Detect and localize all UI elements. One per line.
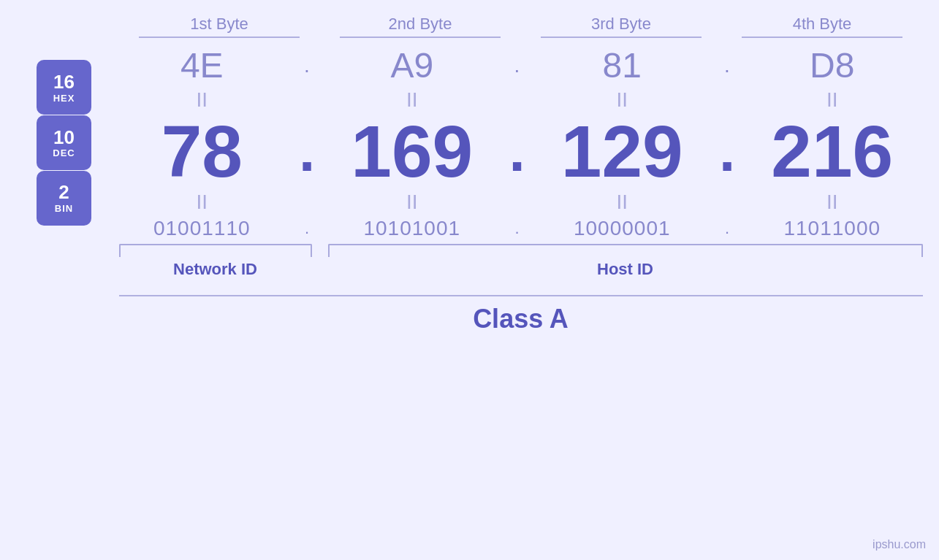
hex-val-3: 81 <box>603 46 642 85</box>
bin-badge-label: BIN <box>55 203 73 214</box>
hex-cell-1: 4E <box>112 45 293 85</box>
network-id-label: Network ID <box>119 260 312 279</box>
bin-cell-3: 10000001 <box>532 217 713 240</box>
hex-val-4: D8 <box>810 46 854 85</box>
hex-badge: 16 HEX <box>37 60 91 115</box>
bin-sep-2: . <box>503 219 532 238</box>
bin-badge-num: 2 <box>58 182 69 203</box>
dec-val-4: 216 <box>771 110 893 192</box>
byte-header-1: 1st Byte <box>119 15 320 38</box>
class-label: Class A <box>473 304 569 334</box>
hex-cell-4: D8 <box>742 45 923 85</box>
host-bracket: Host ID <box>328 244 923 279</box>
bin-cell-1: 01001110 <box>112 217 293 240</box>
host-id-label: Host ID <box>328 260 923 279</box>
bin-val-1: 01001110 <box>153 217 251 239</box>
eq2-c2: II <box>322 191 503 214</box>
bin-sep-3: . <box>712 219 742 238</box>
base-badges: 16 HEX 10 DEC 2 BIN <box>17 45 112 240</box>
hex-sep-3: . <box>712 54 742 77</box>
content-area: 16 HEX 10 DEC 2 BIN 4E . A9 <box>17 45 923 240</box>
bin-badge: 2 BIN <box>37 171 91 226</box>
dec-badge-label: DEC <box>53 147 75 158</box>
bin-cell-2: 10101001 <box>322 217 503 240</box>
dec-row: 78 . 169 . 129 . 216 <box>112 115 923 188</box>
bin-val-4: 11011000 <box>783 217 881 239</box>
bin-sep-1: . <box>292 219 322 238</box>
dec-cell-4: 216 <box>742 115 923 188</box>
hex-badge-label: HEX <box>53 93 75 104</box>
network-bracket: Network ID <box>119 244 312 279</box>
dec-val-1: 78 <box>161 110 243 192</box>
eq2-c1: II <box>112 191 293 214</box>
bracket-area: Network ID Host ID <box>119 244 923 288</box>
dec-cell-1: 78 <box>112 115 293 188</box>
byte-header-2: 2nd Byte <box>320 15 521 38</box>
watermark: ipshu.com <box>873 538 926 551</box>
byte-header-3: 3rd Byte <box>521 15 722 38</box>
dec-sep-2: . <box>503 118 532 185</box>
dec-sep-3: . <box>712 118 742 185</box>
eq1-c3: II <box>532 88 713 112</box>
eq1-c4: II <box>742 88 923 112</box>
byte-header-4: 4th Byte <box>722 15 923 38</box>
values-area: 4E . A9 . 81 . D8 II II <box>112 45 923 240</box>
bin-val-3: 10000001 <box>574 217 671 239</box>
hex-cell-3: 81 <box>532 45 713 85</box>
hex-row: 4E . A9 . 81 . D8 <box>112 45 923 85</box>
hex-sep-1: . <box>292 54 322 77</box>
dec-cell-3: 129 <box>532 115 713 188</box>
hex-val-2: A9 <box>390 46 433 85</box>
hex-sep-2: . <box>503 54 532 77</box>
dec-badge-num: 10 <box>53 127 75 148</box>
network-bracket-line <box>119 244 312 257</box>
host-bracket-line <box>328 244 923 257</box>
eq1-c1: II <box>112 88 293 112</box>
byte-headers-row: 1st Byte 2nd Byte 3rd Byte 4th Byte <box>119 15 923 38</box>
bin-row: 01001110 . 10101001 . 10000001 . 1101100… <box>112 217 923 240</box>
class-row: Class A <box>119 295 923 334</box>
bin-cell-4: 11011000 <box>742 217 923 240</box>
equals-row-2: II II II II <box>112 188 923 217</box>
eq1-c2: II <box>322 88 503 112</box>
hex-badge-num: 16 <box>53 72 75 93</box>
dec-val-3: 129 <box>561 110 683 192</box>
dec-val-2: 169 <box>351 110 473 192</box>
dec-cell-2: 169 <box>322 115 503 188</box>
main-container: 1st Byte 2nd Byte 3rd Byte 4th Byte 16 H… <box>0 0 939 560</box>
dec-badge: 10 DEC <box>37 115 91 170</box>
hex-val-1: 4E <box>180 46 224 85</box>
dec-sep-1: . <box>292 118 322 185</box>
hex-cell-2: A9 <box>322 45 503 85</box>
bin-val-2: 10101001 <box>363 217 460 239</box>
eq2-c3: II <box>532 191 713 214</box>
eq2-c4: II <box>742 191 923 214</box>
